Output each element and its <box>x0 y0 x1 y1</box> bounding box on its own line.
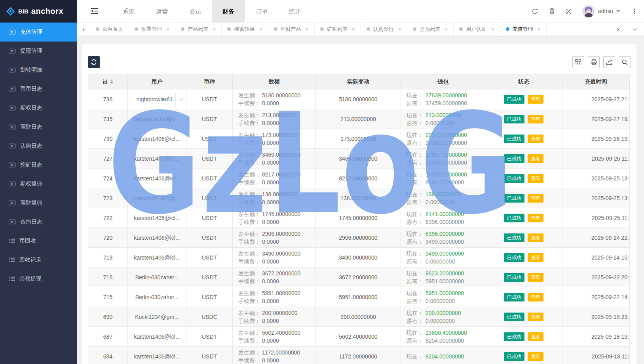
cell-status: 已成功查看 <box>485 347 562 364</box>
cell-status: 已成功查看 <box>485 129 562 149</box>
table-body: 736nightprowler61...USDT发生额：5180.0000000… <box>88 89 630 364</box>
table-row: 687karsten1406@icl...USDT发生额：5602.400000… <box>88 327 630 347</box>
sidebar-item-划转明细[interactable]: 划转明细 <box>0 61 77 80</box>
cell-wallet: 现在：5951.00000000原有：0.00000000 <box>401 287 485 307</box>
tab-close-icon[interactable]: × <box>445 26 448 32</box>
sidebar-item-挖矿日志[interactable]: 挖矿日志 <box>0 155 77 174</box>
tab-close-icon[interactable]: × <box>306 26 309 32</box>
nav-item-财务[interactable]: 财务 <box>212 0 245 23</box>
fullscreen-icon[interactable] <box>566 8 572 14</box>
brand-text-bib: BiB <box>18 8 28 15</box>
cell-user: karsten1406@icl... <box>128 327 186 347</box>
sidebar-item-币回收[interactable]: 币回收 <box>0 231 77 250</box>
tab-label: 矿机列表 <box>327 26 348 33</box>
tab-close-icon[interactable]: × <box>352 26 355 32</box>
view-button[interactable]: 查看 <box>528 174 543 183</box>
cell-coin: USDT <box>186 109 233 129</box>
sidebar-item-期权日志[interactable]: 期权日志 <box>0 99 77 118</box>
tab-dot-icon <box>96 27 99 31</box>
columns-filter-icon[interactable] <box>572 56 584 68</box>
tab-会员列表[interactable]: 会员列表× <box>407 23 454 36</box>
view-button[interactable]: 查看 <box>528 313 543 321</box>
tab-close-icon[interactable]: × <box>398 26 401 32</box>
sidebar-item-余额提现[interactable]: 余额提现 <box>0 269 77 288</box>
tab-充值管理[interactable]: 充值管理× <box>500 23 547 36</box>
nav-item-运营[interactable]: 运营 <box>145 0 179 23</box>
export-icon[interactable] <box>603 56 615 68</box>
tab-dot-icon <box>274 27 277 31</box>
tab-dropdown-icon[interactable] <box>626 23 644 36</box>
admin-menu[interactable]: admin <box>582 5 620 17</box>
admin-username: admin <box>598 8 613 14</box>
brand-logo[interactable]: BiB anchorx <box>0 0 77 23</box>
refresh-icon[interactable] <box>532 8 538 15</box>
nav-item-系统[interactable]: 系统 <box>112 0 145 23</box>
print-icon[interactable] <box>588 56 600 68</box>
tab-矿机列表[interactable]: 矿机列表× <box>315 23 361 36</box>
nav-item-订单[interactable]: 订单 <box>245 0 278 23</box>
nav-item-会员[interactable]: 会员 <box>179 0 212 23</box>
avatar[interactable] <box>582 5 595 17</box>
sidebar-item-期权返佣[interactable]: 期权返佣 <box>0 174 77 193</box>
sidebar-item-提现管理[interactable]: 提现管理 <box>0 42 77 61</box>
tab-用户认证[interactable]: 用户认证× <box>454 23 500 36</box>
sort-icons[interactable] <box>110 80 113 84</box>
sidebar-item-理财日志[interactable]: 理财日志 <box>0 118 77 136</box>
view-button[interactable]: 查看 <box>528 253 543 262</box>
sidebar-item-回收记录[interactable]: 回收记录 <box>0 250 77 269</box>
sidebar-item-认购日志[interactable]: 认购日志 <box>0 136 77 155</box>
tab-产品列表[interactable]: 产品列表× <box>175 23 222 36</box>
tab-close-icon[interactable]: × <box>213 26 216 32</box>
view-button[interactable]: 查看 <box>528 154 543 163</box>
cell-amount: 发生额：3469.00000000手续费：0.0000 <box>233 149 316 169</box>
sidebar-item-label: 理财返佣 <box>20 199 42 207</box>
brand-text-anchorx: anchorx <box>31 7 63 16</box>
nav-item-统计[interactable]: 统计 <box>278 0 312 23</box>
tab-scroll-left-icon[interactable]: ‹ <box>77 23 90 36</box>
view-button[interactable]: 查看 <box>528 233 543 242</box>
cell-id: 684 <box>88 347 128 364</box>
sidebar-item-充值管理[interactable]: 充值管理 <box>0 23 77 42</box>
view-button[interactable]: 查看 <box>528 214 543 222</box>
cell-change: 3672.20000000 <box>316 267 401 287</box>
tab-close-icon[interactable]: × <box>491 26 494 32</box>
tab-close-icon[interactable]: × <box>166 26 169 32</box>
sidebar-item-理财返佣[interactable]: 理财返佣 <box>0 193 77 212</box>
trash-icon[interactable] <box>549 8 555 14</box>
user-dropdown-chevron-icon[interactable] <box>175 92 186 106</box>
sidebar-item-币币日志[interactable]: 币币日志 <box>0 80 77 99</box>
cell-change: 138.00000000 <box>316 188 401 208</box>
view-button[interactable]: 查看 <box>528 115 543 123</box>
sidebar-item-合约日志[interactable]: 合约日志 <box>0 212 77 231</box>
collapse-menu-icon[interactable] <box>77 0 112 23</box>
view-button[interactable]: 查看 <box>528 293 543 301</box>
tab-scroll-right-icon[interactable]: › <box>610 23 626 36</box>
tab-理财产品[interactable]: 理财产品× <box>268 23 315 36</box>
tab-弹窗轮播[interactable]: 弹窗轮播× <box>222 23 268 36</box>
tab-配置管理[interactable]: 配置管理× <box>129 23 175 36</box>
table-refresh-button[interactable] <box>88 56 100 68</box>
tab-close-icon[interactable]: × <box>538 26 541 32</box>
cell-wallet: 现在：138.00000000原有：0.00000000 <box>401 188 485 208</box>
tab-dot-icon <box>459 27 463 31</box>
view-button[interactable]: 查看 <box>528 194 543 203</box>
status-badge: 已成功 <box>504 194 524 203</box>
cell-user: karsten1406@icl... <box>128 347 186 364</box>
cell-id: 736 <box>88 89 128 109</box>
view-button[interactable]: 查看 <box>528 135 543 143</box>
cell-id: 724 <box>88 169 128 188</box>
cell-change: 5602.40000000 <box>316 327 401 347</box>
tab-后台首页[interactable]: 后台首页 <box>90 23 129 36</box>
cell-amount: 发生额：138.00000000手续费：0.0000 <box>233 188 316 208</box>
search-icon[interactable] <box>619 56 631 68</box>
col-header-id[interactable]: id <box>88 74 128 89</box>
tab-close-icon[interactable]: × <box>259 26 262 32</box>
cell-coin: USDT <box>186 248 233 267</box>
tab-认购发行[interactable]: 认购发行× <box>361 23 407 36</box>
view-button[interactable]: 查看 <box>528 273 543 282</box>
view-button[interactable]: 查看 <box>528 352 543 361</box>
more-menu-icon[interactable]: ⋮ <box>631 7 638 15</box>
view-button[interactable]: 查看 <box>528 332 543 341</box>
banknote-icon <box>9 106 15 110</box>
view-button[interactable]: 查看 <box>528 95 543 104</box>
